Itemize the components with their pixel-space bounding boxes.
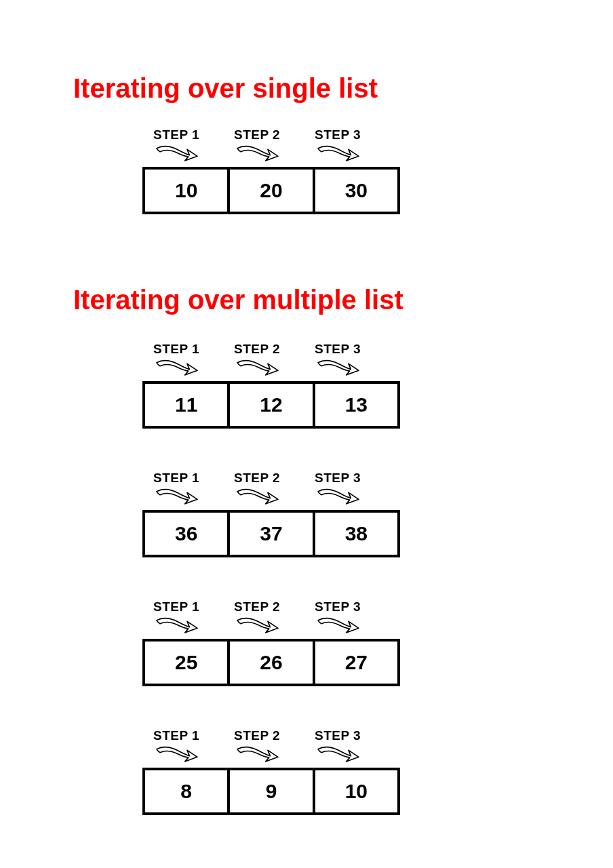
curved-arrow-icon (153, 745, 201, 765)
steps-row: STEP 1STEP 2STEP 3 (142, 471, 400, 507)
list-group: STEP 1STEP 2STEP 3252627 (142, 599, 400, 686)
step-label: STEP 1 (153, 728, 199, 743)
title-multiple-list: Iterating over multiple list (73, 285, 403, 315)
list-cells: 252627 (142, 639, 400, 686)
list-cell: 9 (230, 770, 315, 812)
step-label: STEP 3 (315, 599, 361, 614)
step-column: STEP 1 (153, 599, 228, 636)
step-label: STEP 2 (234, 728, 280, 743)
list-cells: 111213 (142, 381, 400, 429)
list-group: STEP 1STEP 2STEP 3111213 (142, 342, 400, 429)
curved-arrow-icon (153, 487, 201, 507)
list-cell: 37 (230, 513, 315, 555)
step-column: STEP 2 (234, 342, 309, 378)
title-single-list: Iterating over single list (73, 73, 378, 104)
list-cell: 13 (315, 384, 397, 426)
list-cell: 8 (145, 770, 230, 812)
step-label: STEP 1 (153, 471, 199, 486)
list-cell: 26 (230, 642, 315, 684)
steps-row: STEP 1STEP 2STEP 3 (142, 728, 400, 765)
step-label: STEP 2 (234, 127, 280, 142)
step-column: STEP 2 (234, 599, 309, 636)
list-cell: 27 (315, 642, 397, 684)
curved-arrow-icon (234, 144, 281, 164)
step-column: STEP 2 (234, 127, 309, 164)
step-column: STEP 1 (153, 728, 228, 765)
step-column: STEP 2 (234, 728, 309, 765)
step-column: STEP 2 (234, 471, 309, 507)
steps-row: STEP 1STEP 2STEP 3 (142, 599, 400, 636)
list-cell: 36 (145, 513, 230, 555)
curved-arrow-icon (315, 745, 362, 765)
curved-arrow-icon (315, 487, 362, 507)
step-label: STEP 3 (315, 728, 361, 743)
curved-arrow-icon (315, 358, 362, 378)
step-label: STEP 3 (315, 342, 361, 357)
list-group: STEP 1STEP 2STEP 3363738 (142, 471, 400, 557)
list-cell: 12 (230, 384, 315, 426)
step-label: STEP 2 (234, 471, 280, 486)
list-cell: 30 (315, 170, 397, 212)
list-cell: 20 (230, 170, 315, 212)
steps-row: STEP 1STEP 2STEP 3 (142, 127, 400, 164)
curved-arrow-icon (153, 144, 201, 164)
list-cells: 8910 (142, 768, 400, 815)
curved-arrow-icon (234, 358, 281, 378)
steps-row: STEP 1STEP 2STEP 3 (142, 342, 400, 378)
step-column: STEP 1 (153, 127, 228, 164)
step-column: STEP 3 (315, 728, 389, 765)
step-column: STEP 1 (153, 342, 228, 378)
step-label: STEP 2 (234, 599, 280, 614)
list-group: STEP 1STEP 2STEP 3102030 (142, 127, 400, 214)
curved-arrow-icon (315, 144, 362, 164)
list-group: STEP 1STEP 2STEP 38910 (142, 728, 400, 815)
step-label: STEP 3 (315, 471, 361, 486)
step-label: STEP 2 (234, 342, 280, 357)
list-cell: 10 (145, 170, 230, 212)
step-label: STEP 3 (315, 127, 361, 142)
curved-arrow-icon (234, 745, 281, 765)
list-cells: 363738 (142, 510, 400, 557)
step-column: STEP 3 (315, 599, 389, 636)
curved-arrow-icon (153, 358, 201, 378)
list-cell: 38 (315, 513, 397, 555)
curved-arrow-icon (234, 487, 281, 507)
list-cell: 10 (315, 770, 397, 812)
step-label: STEP 1 (153, 599, 199, 614)
step-column: STEP 1 (153, 471, 228, 507)
step-column: STEP 3 (315, 471, 389, 507)
curved-arrow-icon (234, 616, 281, 636)
step-column: STEP 3 (315, 127, 389, 164)
list-cell: 11 (145, 384, 230, 426)
curved-arrow-icon (315, 616, 362, 636)
step-label: STEP 1 (153, 342, 199, 357)
list-cell: 25 (145, 642, 230, 684)
step-column: STEP 3 (315, 342, 389, 378)
step-label: STEP 1 (153, 127, 199, 142)
curved-arrow-icon (153, 616, 201, 636)
list-cells: 102030 (142, 167, 400, 214)
